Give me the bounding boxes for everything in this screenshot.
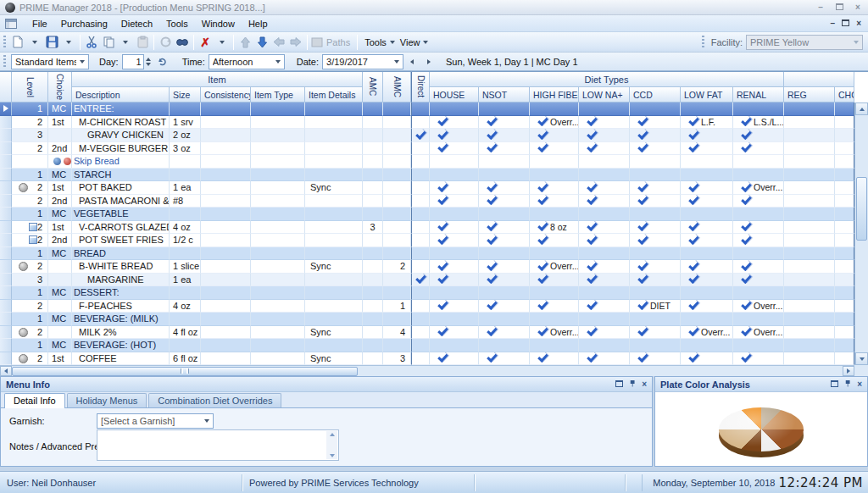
cell-level[interactable]: 2 [12,195,48,208]
grid-row[interactable]: 3GRAVY CHICKEN2 oz [0,129,868,142]
cell-diet-house[interactable] [430,181,479,195]
cell-diet-renal[interactable]: Overr... [733,300,784,313]
cell-choice[interactable]: 1st [48,221,72,235]
cell-level[interactable]: 2 [12,352,48,366]
cell-diet-lowfat[interactable] [681,260,733,274]
cell-diet-hifiber[interactable]: Overr... [530,326,579,340]
cell-diet-hifiber[interactable] [530,195,579,208]
cell-size[interactable]: 4 fl oz [170,326,201,340]
panel-close-icon[interactable]: × [642,380,647,389]
cell-item-type[interactable] [251,116,305,130]
grid-col-header-diet-ccd[interactable]: CCD [630,87,681,102]
cell-aimc[interactable] [383,208,411,221]
cell-size[interactable]: 4 oz [170,300,201,313]
cell-diet-renal[interactable] [733,208,784,221]
cell-diet-lowfat[interactable] [681,181,733,195]
notes-scrollbar[interactable] [326,431,337,459]
cell-diet-renal[interactable] [733,129,784,142]
cell-diet-house[interactable] [430,116,479,130]
plate-restore-icon[interactable] [831,380,838,389]
cell-diet-lowfat[interactable] [681,129,733,142]
cell-diet-renal[interactable] [733,142,784,156]
cell-diet-renal[interactable] [733,169,784,182]
cell-diet-ccd[interactable] [630,208,681,221]
menu-item-window[interactable]: Window [195,17,242,30]
save-dropdown-icon[interactable] [60,34,77,51]
cell-diet-cho[interactable] [835,181,854,195]
grid-col-header-item-type[interactable]: Item Type [251,87,305,102]
cell-diet-reg[interactable] [784,221,835,235]
cell-description[interactable]: STARCH [72,169,170,182]
cell-diet-reg[interactable] [784,339,835,352]
mdi-minimize-icon[interactable]: – [831,19,836,28]
grid-row[interactable]: 22ndM-VEGGIE BURGER ON ...3 oz [0,142,868,156]
move-up-icon[interactable] [236,34,253,51]
cell-item-type[interactable] [251,286,305,300]
cell-diet-house[interactable] [430,339,479,352]
date-next-icon[interactable] [420,53,437,70]
cell-diet-lowna[interactable] [579,208,630,221]
cell-item-details[interactable] [305,234,363,247]
cell-direct[interactable] [411,155,430,169]
cell-choice[interactable] [48,326,72,340]
cell-item-type[interactable] [251,352,305,366]
cell-direct[interactable] [411,208,430,221]
cell-direct[interactable] [411,352,430,366]
cell-item-type[interactable] [251,208,305,221]
cell-direct[interactable] [411,300,430,313]
cell-diet-reg[interactable] [784,181,835,195]
cell-size[interactable] [170,155,201,169]
cell-diet-lowfat[interactable]: L.F. [681,116,733,130]
cell-diet-renal[interactable] [733,155,784,169]
panel-restore-icon[interactable] [615,380,623,389]
cell-diet-reg[interactable] [784,234,835,247]
cell-diet-lowna[interactable] [579,221,630,235]
grid-row-note[interactable]: Skip Bread [0,155,868,169]
cell-diet-house[interactable] [430,129,479,142]
cell-choice[interactable]: 2nd [48,234,72,247]
cell-diet-ccd[interactable] [630,260,681,274]
cell-direct[interactable] [411,102,430,116]
cell-diet-nsot[interactable] [479,274,530,287]
move-right-icon[interactable] [287,34,304,51]
cell-item-type[interactable] [251,155,305,169]
scroll-right-icon[interactable] [843,366,854,376]
cell-choice[interactable]: 1st [48,181,72,195]
move-down-icon[interactable] [253,34,270,51]
cell-diet-lowna[interactable] [579,129,630,142]
cell-level[interactable]: 1 [12,339,48,352]
cell-diet-hifiber[interactable] [530,313,579,326]
cell-diet-lowna[interactable] [579,274,630,287]
cell-size[interactable]: 1 ea [170,181,201,195]
cell-amc[interactable] [363,274,383,287]
garnish-select[interactable]: [Select a Garnish] [97,413,214,429]
cell-choice[interactable] [48,274,72,287]
grid-col-header-choice[interactable]: Choice [48,72,72,102]
cell-diet-ccd[interactable] [630,129,681,142]
cell-description[interactable]: POT BAKED [72,181,170,195]
cell-choice[interactable]: 1st [48,352,72,366]
cell-diet-renal[interactable] [733,234,784,247]
grid-col-header-diet-lowna[interactable]: LOW NA+ [579,87,630,102]
cell-diet-nsot[interactable] [479,195,530,208]
cell-amc[interactable] [363,169,383,182]
cell-choice[interactable]: MC [48,339,72,352]
cell-diet-ccd[interactable] [630,286,681,300]
cell-consistency[interactable] [201,195,251,208]
cell-direct[interactable] [411,274,430,287]
cell-description[interactable]: M-CHICKEN ROAST [72,116,170,130]
cell-size[interactable] [170,169,201,182]
cell-aimc[interactable] [383,313,411,326]
cell-diet-ccd[interactable] [630,181,681,195]
cell-aimc[interactable]: 3 [383,352,411,366]
day-input[interactable]: 1 [122,54,144,69]
cell-size[interactable]: 1 srv [170,116,201,130]
cell-diet-renal[interactable] [733,286,784,300]
cell-diet-reg[interactable] [784,274,835,287]
grid-col-header-diet-nsot[interactable]: NSOT [479,87,530,102]
cell-direct[interactable] [411,116,430,130]
cell-consistency[interactable] [201,234,251,247]
cell-item-type[interactable] [251,195,305,208]
vertical-scrollbar-thumb[interactable] [856,177,867,241]
cell-item-details[interactable] [305,169,363,182]
